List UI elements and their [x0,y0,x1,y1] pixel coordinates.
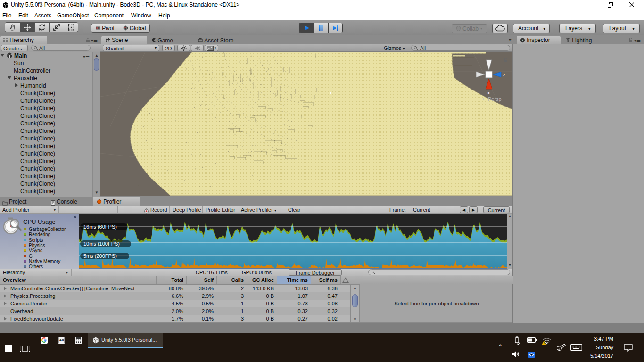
svg-text:i: i [522,38,523,42]
svg-text:10ms (100FPS): 10ms (100FPS) [83,241,120,247]
svg-text:5ms (200FPS): 5ms (200FPS) [83,253,117,259]
svg-text:16ms (60FPS): 16ms (60FPS) [83,224,117,230]
svg-text:x: x [487,90,490,95]
svg-text:Persp: Persp [488,96,502,102]
svg-text:z: z [503,72,505,77]
svg-text:!: ! [544,342,545,345]
